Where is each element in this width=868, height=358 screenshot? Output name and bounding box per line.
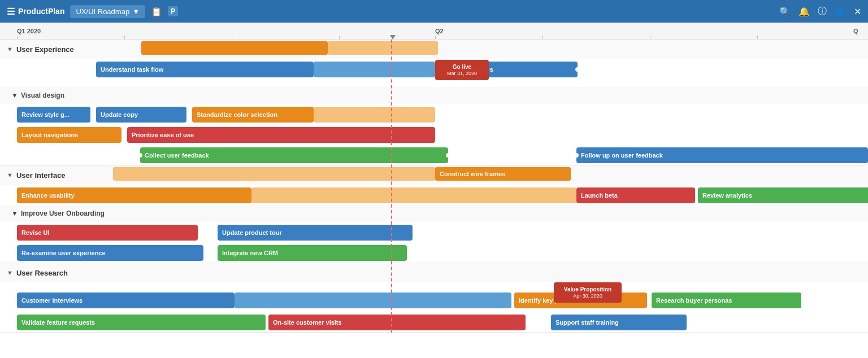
bar-construct-wireframes[interactable]: Construct wire frames <box>435 167 571 181</box>
lane-user-experience: ▼ User Experience Go live Mar 31, 2020 U… <box>0 40 868 165</box>
chevron-ur[interactable]: ▼ <box>7 269 13 276</box>
header-logo: ☰ ProductPlan <box>7 6 64 17</box>
ur-row1: Value Proposition Apr 30, 2020 Customer … <box>0 282 868 312</box>
lane-header-ur: ▼ User Research <box>0 263 868 282</box>
chevron-onboarding[interactable]: ▼ <box>11 209 18 217</box>
bar-prioritize[interactable]: Prioritize ease of use <box>127 127 435 143</box>
user-icon[interactable]: 👤 <box>835 6 846 17</box>
sub-lane-title-vd: Visual design <box>21 91 64 99</box>
bar-launch-beta[interactable]: Launch beta <box>576 187 695 203</box>
bar-review-analytics[interactable]: Review analytics <box>698 187 868 203</box>
ui-row1: Enhance usability Launch beta Review ana… <box>0 185 868 205</box>
product-icon[interactable]: P <box>168 6 178 16</box>
bar-enhance-light[interactable] <box>251 187 576 203</box>
bar-customer-interviews[interactable]: Customer interviews <box>17 292 235 308</box>
feedback-row: Collect user feedback Follow up on user … <box>0 145 868 165</box>
bar-standardize-color[interactable]: Standardize color selection <box>192 107 314 123</box>
roadmap-tab[interactable]: UX/UI Roadmap ▼ <box>70 5 145 18</box>
header-icons: 🔍 🔔 ⓘ 👤 ✕ <box>779 6 861 18</box>
ur-row2: Validate feature requests On-site custom… <box>0 312 868 332</box>
bar-go-live[interactable]: Go live Mar 31, 2020 <box>435 60 489 80</box>
sub-lane-onboarding: ▼ Improve User Onboarding Construct wire… <box>0 205 868 222</box>
ue-row1: Go live Mar 31, 2020 Understand task flo… <box>0 59 868 87</box>
sub-lane-title-onboarding: Improve User Onboarding <box>21 209 105 217</box>
bar-collect-feedback[interactable]: Collect user feedback <box>140 147 448 163</box>
timeline-scroll: Q1 2020 Q2 Q ▼ User Experien <box>0 23 868 333</box>
q1-label: Q1 2020 <box>17 28 41 34</box>
logo-text: ProductPlan <box>18 7 64 16</box>
header: ☰ ProductPlan UX/UI Roadmap ▼ 📋 P 🔍 🔔 ⓘ … <box>0 0 868 23</box>
expand-icon[interactable]: ✕ <box>854 6 861 17</box>
lane-title-ur: User Research <box>16 269 68 277</box>
bar-task-flow-ext[interactable] <box>314 62 435 77</box>
bar-visual-design-orange[interactable] <box>141 41 328 55</box>
bar-follow-up-feedback[interactable]: Follow up on user feedback <box>576 147 868 163</box>
bar-understand-task-flow[interactable]: Understand task flow <box>96 62 314 77</box>
bar-integrate-crm[interactable]: Integrate new CRM <box>218 245 407 261</box>
roadmap-wrapper: Q1 2020 Q2 Q ▼ User Experien <box>0 23 868 358</box>
vd-row2: Layout navigations Prioritize ease of us… <box>0 124 868 145</box>
quarters-bar: Q1 2020 Q2 Q <box>0 23 868 40</box>
clipboard-icon[interactable]: 📋 <box>151 6 162 17</box>
bar-research-buyer-personas[interactable]: Research buyer personas <box>652 292 801 308</box>
hamburger-icon[interactable]: ☰ <box>7 6 15 17</box>
bar-enhance-usability[interactable]: Enhance usability <box>17 187 251 203</box>
lane-title-ui: User Interface <box>16 171 66 180</box>
sub-lane-visual-design: ▼ Visual design <box>0 87 868 104</box>
chevron-ue[interactable]: ▼ <box>7 46 13 53</box>
help-icon[interactable]: ⓘ <box>818 6 827 18</box>
lane-title-ue: User Experience <box>16 45 74 54</box>
bar-value-proposition[interactable]: Value Proposition Apr 30, 2020 <box>554 282 622 303</box>
onboarding-row2: Re-examine user experience Integrate new… <box>0 242 868 263</box>
bar-revise-ui[interactable]: Revise UI <box>17 225 198 241</box>
bar-validate-feature[interactable]: Validate feature requests <box>17 315 266 330</box>
onboarding-row1: Revise UI Update product tour <box>0 222 868 242</box>
lane-user-research: ▼ User Research Value Proposition Apr 30… <box>0 263 868 333</box>
bar-onsite-visits[interactable]: On-site customer visits <box>268 315 526 330</box>
tab-label: UX/UI Roadmap <box>76 7 129 16</box>
app-container: ☰ ProductPlan UX/UI Roadmap ▼ 📋 P 🔍 🔔 ⓘ … <box>0 0 868 358</box>
chevron-ui[interactable]: ▼ <box>7 172 13 178</box>
vd-row1: Review style g... Update copy Standardiz… <box>0 104 868 124</box>
lane-user-interface: ▼ User Interface Enhance usability Launc… <box>0 165 868 263</box>
bar-update-product-tour[interactable]: Update product tour <box>218 225 413 241</box>
bar-reexamine-ux[interactable]: Re-examine user experience <box>17 245 203 261</box>
bar-support-training[interactable]: Support staff training <box>551 315 687 330</box>
q3-label: Q <box>853 28 858 34</box>
chevron-down-icon: ▼ <box>132 7 140 16</box>
chevron-vd[interactable]: ▼ <box>11 91 18 99</box>
bar-visual-design-light[interactable] <box>328 41 438 55</box>
bar-review-style[interactable]: Review style g... <box>17 107 90 123</box>
q2-label: Q2 <box>435 28 444 34</box>
bar-visual-design-light2[interactable] <box>314 107 435 123</box>
bar-update-copy[interactable]: Update copy <box>96 107 186 123</box>
search-icon[interactable]: 🔍 <box>779 6 791 17</box>
bar-customer-interviews-ext[interactable] <box>235 292 511 308</box>
bell-icon[interactable]: 🔔 <box>798 6 810 17</box>
today-arrow <box>390 35 396 40</box>
bar-layout-nav[interactable]: Layout navigations <box>17 127 121 143</box>
bar-onboarding-light[interactable] <box>113 167 435 181</box>
